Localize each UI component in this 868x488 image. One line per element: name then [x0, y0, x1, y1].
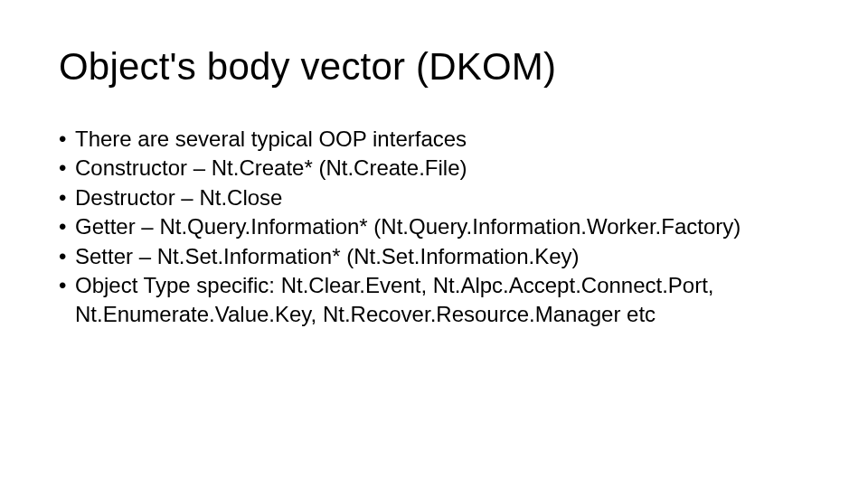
list-item: • Destructor – Nt.Close [59, 183, 809, 212]
list-item: • There are several typical OOP interfac… [59, 125, 809, 154]
bullet-icon: • [59, 183, 75, 212]
list-item: • Constructor – Nt.Create* (Nt.Create.Fi… [59, 154, 809, 183]
bullet-icon: • [59, 125, 75, 154]
list-item-text: There are several typical OOP interfaces [75, 125, 809, 154]
list-item-text: Destructor – Nt.Close [75, 183, 809, 212]
list-item-text: Object Type specific: Nt.Clear.Event, Nt… [75, 271, 809, 330]
bullet-list: • There are several typical OOP interfac… [59, 125, 809, 330]
slide: Object's body vector (DKOM) • There are … [0, 0, 868, 488]
list-item-text: Setter – Nt.Set.Information* (Nt.Set.Inf… [75, 242, 809, 271]
list-item: • Object Type specific: Nt.Clear.Event, … [59, 271, 809, 330]
bullet-icon: • [59, 212, 75, 241]
list-item-text: Getter – Nt.Query.Information* (Nt.Query… [75, 212, 809, 241]
list-item: • Setter – Nt.Set.Information* (Nt.Set.I… [59, 242, 809, 271]
bullet-icon: • [59, 154, 75, 183]
slide-title: Object's body vector (DKOM) [59, 45, 809, 89]
bullet-icon: • [59, 271, 75, 330]
list-item-text: Constructor – Nt.Create* (Nt.Create.File… [75, 154, 809, 183]
bullet-icon: • [59, 242, 75, 271]
list-item: • Getter – Nt.Query.Information* (Nt.Que… [59, 212, 809, 241]
